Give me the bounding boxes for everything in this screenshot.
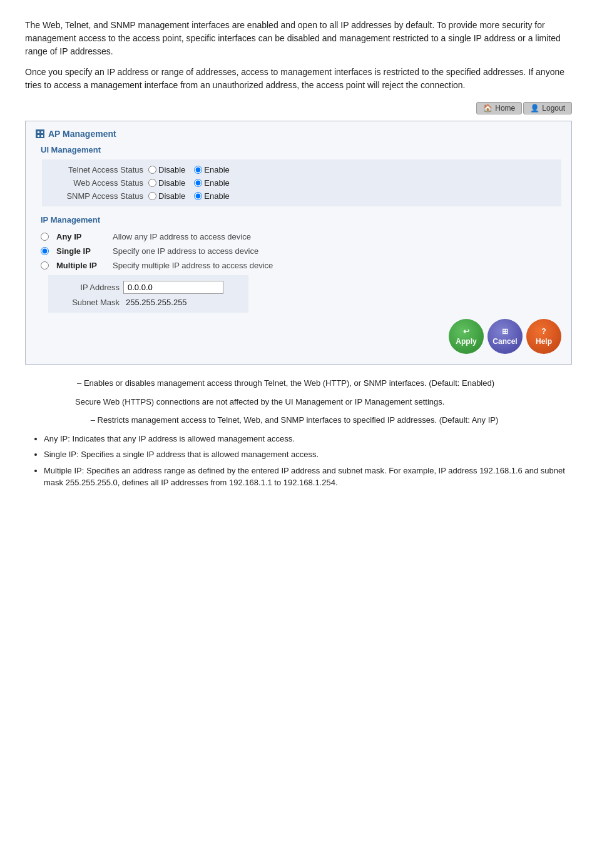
help-section: – Enables or disables management access …: [25, 377, 572, 489]
multiple-ip-label: Multiple IP: [56, 261, 106, 270]
snmp-access-label: SNMP Access Status: [48, 191, 148, 201]
web-access-row: Web Access Status Disable Enable: [48, 176, 555, 189]
snmp-access-row: SNMP Access Status Disable Enable: [48, 189, 555, 203]
apply-button[interactable]: ↩ Apply: [449, 319, 484, 354]
any-ip-description: Allow any IP address to access device: [113, 232, 251, 241]
grid-icon: [36, 129, 44, 138]
home-icon: 🏠: [483, 104, 492, 113]
home-button[interactable]: 🏠 Home: [476, 102, 522, 114]
single-ip-label: Single IP: [56, 246, 106, 256]
intro-section: The Web, Telnet, and SNMP management int…: [25, 19, 572, 92]
web-disable-radio[interactable]: [148, 179, 156, 187]
telnet-access-radio-group: Disable Enable: [148, 165, 230, 174]
ip-management-subtitle: IP Management: [36, 215, 561, 225]
action-buttons: ↩ Apply ⊞ Cancel ? Help: [36, 319, 561, 354]
ap-management-title: AP Management: [36, 129, 561, 139]
any-ip-radio[interactable]: [41, 233, 49, 241]
home-label: Home: [495, 104, 515, 113]
subnet-mask-value: 255.255.255.255: [123, 298, 187, 307]
apply-icon: ↩: [463, 327, 469, 336]
logout-icon: 👤: [530, 104, 539, 113]
ap-management-box: AP Management UI Management Telnet Acces…: [25, 121, 572, 365]
web-access-radio-group: Disable Enable: [148, 178, 230, 188]
cancel-label: Cancel: [492, 337, 517, 346]
ip-management-help-text: – Restricts management access to Telnet,…: [91, 415, 499, 425]
ap-management-title-label: AP Management: [48, 129, 116, 139]
bullet-list: Any IP: Indicates that any IP address is…: [44, 433, 572, 489]
multiple-ip-row: Multiple IP Specify multiple IP address …: [36, 258, 561, 273]
intro-paragraph-1: The Web, Telnet, and SNMP management int…: [25, 19, 572, 58]
logout-label: Logout: [542, 104, 565, 113]
intro-paragraph-2: Once you specify an IP address or range …: [25, 66, 572, 92]
top-bar: 🏠 Home 👤 Logout: [25, 102, 572, 114]
snmp-disable-radio[interactable]: [148, 192, 156, 200]
cancel-icon: ⊞: [502, 327, 508, 336]
snmp-access-radio-group: Disable Enable: [148, 191, 230, 201]
logout-button[interactable]: 👤 Logout: [523, 102, 572, 114]
multiple-ip-radio[interactable]: [41, 261, 49, 270]
telnet-disable-option[interactable]: Disable: [148, 165, 185, 174]
bullet-single-ip: Single IP: Specifies a single IP address…: [44, 448, 572, 461]
snmp-enable-option[interactable]: Enable: [194, 191, 229, 201]
ip-management-section: IP Management Any IP Allow any IP addres…: [36, 215, 561, 313]
snmp-enable-radio[interactable]: [194, 192, 202, 200]
snmp-disable-option[interactable]: Disable: [148, 191, 185, 201]
any-ip-row: Any IP Allow any IP address to access de…: [36, 230, 561, 244]
ip-address-row: IP Address: [54, 279, 242, 296]
multiple-ip-description: Specify multiple IP address to access de…: [113, 261, 273, 270]
any-ip-label: Any IP: [56, 232, 106, 241]
apply-label: Apply: [456, 337, 476, 346]
telnet-access-row: Telnet Access Status Disable Enable: [48, 163, 555, 176]
web-enable-option[interactable]: Enable: [194, 178, 229, 188]
help-label: Help: [536, 337, 552, 346]
ui-management-subtitle: UI Management: [36, 145, 561, 154]
cancel-button[interactable]: ⊞ Cancel: [487, 319, 523, 354]
subnet-mask-row: Subnet Mask 255.255.255.255: [54, 296, 242, 309]
bullet-multiple-ip: Multiple IP: Specifies an address range …: [44, 465, 572, 489]
web-access-label: Web Access Status: [48, 178, 148, 188]
bullet-any-ip: Any IP: Indicates that any IP address is…: [44, 433, 572, 445]
telnet-enable-radio[interactable]: [194, 166, 202, 174]
help-button[interactable]: ? Help: [526, 319, 561, 354]
telnet-access-label: Telnet Access Status: [48, 165, 148, 174]
ip-address-label: IP Address: [54, 283, 123, 292]
top-bar-buttons: 🏠 Home 👤 Logout: [476, 102, 572, 114]
web-disable-option[interactable]: Disable: [148, 178, 185, 188]
ip-address-input[interactable]: [123, 281, 223, 294]
ui-management-help-text: – Enables or disables management access …: [77, 378, 494, 388]
telnet-enable-option[interactable]: Enable: [194, 165, 229, 174]
subnet-mask-label: Subnet Mask: [54, 298, 123, 307]
ui-management-table: Telnet Access Status Disable Enable Web …: [42, 159, 561, 206]
help-icon: ?: [541, 327, 546, 336]
ip-management-help: – Restricts management access to Telnet,…: [25, 414, 572, 426]
single-ip-radio[interactable]: [41, 247, 49, 255]
telnet-disable-radio[interactable]: [148, 166, 156, 174]
single-ip-row: Single IP Specify one IP address to acce…: [36, 244, 561, 258]
single-ip-description: Specify one IP address to access device: [113, 246, 258, 256]
ip-management-help-bold: [25, 415, 88, 425]
web-enable-radio[interactable]: [194, 179, 202, 187]
https-note: Secure Web (HTTPS) connections are not a…: [25, 396, 572, 408]
ui-management-help-bold: [25, 378, 74, 388]
ui-management-help: – Enables or disables management access …: [25, 377, 572, 390]
ip-fields-box: IP Address Subnet Mask 255.255.255.255: [48, 275, 248, 313]
